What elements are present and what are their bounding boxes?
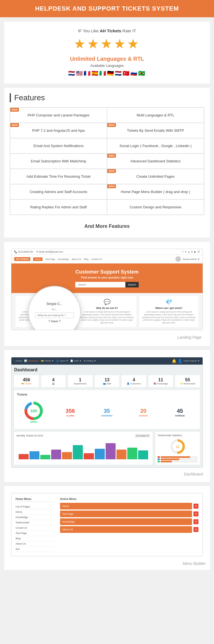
testimonial-chart: Testimonials Statistics 11 [155, 432, 200, 465]
menu-builder-inner: Home Menu List of Pages Home Knowledge T… [16, 497, 198, 552]
card-chat-icon: 💬 [80, 299, 134, 305]
active-menu-testpage: Test Page ✕ [60, 511, 198, 517]
count-unread: 20 UN READ [126, 398, 161, 426]
active-bar-home[interactable]: Home [60, 503, 192, 509]
rate-text: IF You Like AH Tickets Rate IT [10, 28, 204, 33]
menu-item-test[interactable]: test [16, 547, 54, 552]
svg-text:11: 11 [176, 445, 179, 448]
feature-dashboard-stats: NEW Advanced Dashboard Statistics [107, 153, 204, 169]
tbar-2-track [161, 458, 198, 460]
user-avatar [175, 256, 181, 262]
rate-section: IF You Like AH Tickets Rate IT ★★★★★ Unl… [4, 21, 210, 84]
feature-email-notifications: Email And System Notifications [10, 138, 107, 153]
active-bar-knowledge[interactable]: Knowledge [60, 518, 192, 525]
menu-item-knowledge[interactable]: Knowledge [16, 515, 54, 520]
zoom-search-input[interactable] [35, 313, 74, 318]
social-gp: g [188, 250, 190, 253]
dash-nav-cms[interactable]: 📄 CMS ▼ [70, 360, 81, 362]
tbar-3-color [158, 461, 160, 462]
dash-nav-tickets[interactable]: 🎫 Tickets ▼ [41, 360, 54, 362]
hero-search-button[interactable]: Search [125, 282, 139, 287]
features-grid: NEW PHP Composer and Laravel Packages Mu… [10, 107, 204, 215]
count-overdue: 45 OVERDUE [163, 398, 197, 426]
stat-dept-label: Departments [74, 382, 87, 385]
landing-page-section: 📞 01019606782 ✉ dede.test@gmail.com f ✦ … [4, 242, 210, 346]
dash-nav-home[interactable]: ⌂ Home [14, 360, 22, 362]
menu-item-testimonials[interactable]: Testimonials [16, 520, 54, 525]
stat-staff-label: 👥 Staff [103, 382, 111, 385]
nav-testpage[interactable]: Test Page [45, 258, 55, 260]
delete-testpage-button[interactable]: ✕ [193, 511, 198, 516]
card-where-text: Lorem ipsum is simply dummy text of the … [142, 311, 196, 324]
browser-topbar: 📞 01019606782 ✉ dede.test@gmail.com f ✦ … [11, 249, 203, 255]
landing-page-label: Landing Page [8, 333, 206, 342]
hero-search: Search [17, 282, 197, 287]
user-label: Tesarac Admin ▼ [182, 258, 200, 260]
bar-aug [95, 449, 105, 459]
nav-aboutus[interactable]: About US [72, 258, 81, 260]
page-header: HELPDESK AND SUPPORT TICKETS SYSTEM [0, 0, 214, 17]
menu-item-home[interactable]: Home [16, 509, 54, 515]
zoom-title: Simple C... [46, 302, 63, 306]
active-bar-testpage[interactable]: Test Page [60, 511, 192, 517]
tbar-2 [158, 458, 198, 460]
dash-nav-users[interactable]: 👤 Users ▼ [56, 360, 68, 362]
active-bar-aboutus[interactable]: About US [60, 526, 192, 533]
menu-right-panel: Active Menu Home ✕ Test Page ✕ Knowledge… [60, 497, 198, 552]
menu-builder-body: Home Menu List of Pages Home Knowledge T… [11, 493, 203, 556]
nav-knowledge[interactable]: Knowledge [58, 258, 69, 260]
tickets-panel-title: Tickets [17, 393, 197, 396]
nav-home[interactable]: Home [33, 257, 42, 261]
stat-4: 4 🏢 [41, 375, 66, 387]
tbar-2-fill [161, 458, 179, 460]
bar-chart-filter: All Tickets ▼ [135, 434, 150, 438]
landing-browser-mockup: 📞 01019606782 ✉ dede.test@gmail.com f ✦ … [11, 249, 203, 330]
menu-builder-label: Menu Builder [8, 559, 206, 566]
feature-social-login: Social Login ( Facebook , Google , Linke… [107, 138, 204, 153]
ticket-counts: 356 CLOSED 35 ANSWERED 20 UN READ 45 [53, 398, 197, 426]
donut-chart-svg: 100 [24, 401, 43, 421]
delete-knowledge-button[interactable]: ✕ [193, 519, 198, 524]
count-closed: 356 CLOSED [53, 398, 88, 426]
card-where: 💎 Where can i get some? Lorem ipsum is s… [139, 296, 198, 327]
card-why: 💬 Why do we use it? Lorem ipsum is simpl… [78, 296, 137, 327]
feature-custom-design: Custom Design and Responsive [107, 199, 204, 215]
new-badge: NEW [107, 123, 116, 127]
delete-aboutus-button[interactable]: ✕ [193, 527, 198, 532]
card-why-text: Lorem ipsum is simply dummy text of the … [80, 311, 134, 324]
dash-nav-dashboard[interactable]: 📊 Dashboard [24, 360, 38, 362]
stat-customers-label: 👤 Customers [127, 382, 141, 385]
zoom-find-label: Fin... [52, 308, 57, 311]
hero-area: Customer Support System Find answer to y… [11, 264, 203, 330]
new-badge: NEW [10, 108, 19, 112]
features-title: Features [10, 93, 204, 102]
charts-row: Monthly Tickets IN 2019 All Tickets ▼ [14, 432, 200, 465]
menu-item-blog[interactable]: Blog [16, 536, 54, 541]
stat-staff: 13 👥 Staff [95, 375, 120, 387]
feature-admin-accounts: Creating Admins and Staff Accounts [10, 184, 107, 199]
dash-nav-setting[interactable]: ⚙ Setting ▼ [84, 360, 96, 362]
nav-blog[interactable]: Blog [84, 258, 88, 260]
flags-row: 🇳🇱🇺🇸🇫🇷🇪🇸🇮🇹🇩🇪🇳🇱🇹🇷🇷🇺🇧🇷 [10, 70, 204, 77]
bar-jan [19, 454, 29, 459]
hero-title: Customer Support System [17, 269, 197, 275]
active-menu-knowledge: Knowledge ✕ [60, 518, 198, 525]
stat-customers: 4 👤 Customers [121, 375, 146, 387]
stat-departments: 1 Departments [68, 375, 93, 387]
testimonial-bars [158, 456, 198, 462]
menu-item-contact[interactable]: Conact Us [16, 525, 54, 531]
dash-user-icon: 👤 [178, 359, 182, 363]
dash-user-area: 🔔 👤 Icharol Admin ▼ [172, 359, 200, 363]
delete-home-button[interactable]: ✕ [193, 504, 198, 509]
new-badge: NEW [10, 123, 19, 127]
menu-item-testpage[interactable]: Test Page [16, 531, 54, 536]
bar-dec [138, 450, 148, 459]
dash-stats-row: 456 🎫 Tickets 4 🏢 1 Departments 13 👥 Sta… [14, 375, 200, 387]
testimonial-donut-svg: 11 [169, 438, 186, 455]
nav-contactus[interactable]: Conact US [91, 258, 102, 260]
menu-item-aboutus[interactable]: About Us [16, 541, 54, 547]
bar-oct [116, 450, 126, 459]
stat-tickets-icon: 🎫 Tickets [21, 382, 32, 385]
hero-search-input[interactable] [75, 282, 125, 287]
feature-php7: NEW PHP 7.2 and AngularJS and Ajax [10, 123, 107, 138]
